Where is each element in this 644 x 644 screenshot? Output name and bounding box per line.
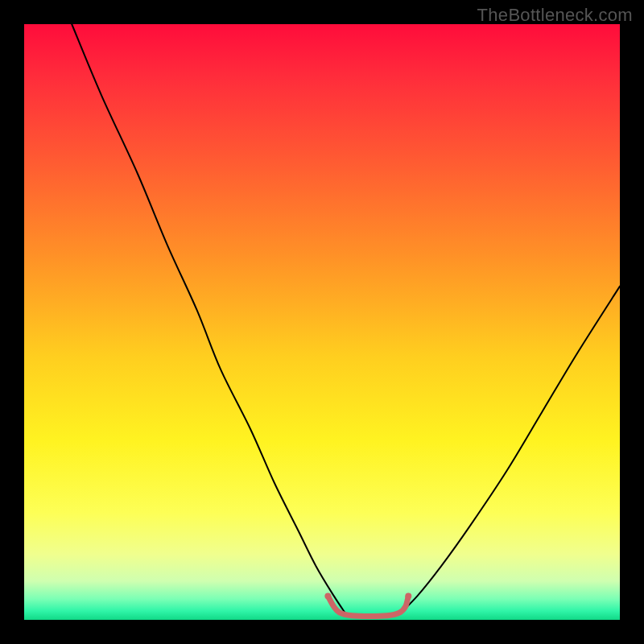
bottleneck-chart xyxy=(0,0,644,644)
watermark-text: TheBottleneck.com xyxy=(477,5,633,26)
marker-endpoint-0 xyxy=(324,592,331,599)
chart-frame: TheBottleneck.com xyxy=(0,0,644,644)
chart-plot-area xyxy=(24,24,620,620)
marker-endpoint-1 xyxy=(405,592,411,599)
